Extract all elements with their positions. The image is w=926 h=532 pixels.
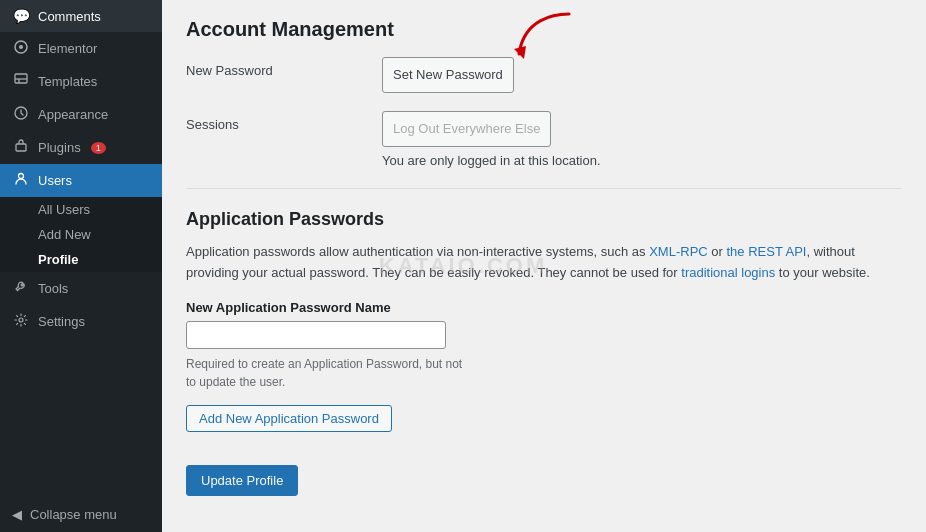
- sidebar-item-label: Elementor: [38, 41, 97, 56]
- sidebar-item-label: Tools: [38, 281, 68, 296]
- sessions-field: Log Out Everywhere Else You are only log…: [382, 111, 902, 168]
- app-passwords-title: Application Passwords: [186, 209, 902, 230]
- sidebar-item-users[interactable]: Users: [0, 164, 162, 197]
- sidebar-item-elementor[interactable]: Elementor: [0, 32, 162, 65]
- elementor-icon: [12, 40, 30, 57]
- sidebar-item-label: Appearance: [38, 107, 108, 122]
- section-divider: [186, 188, 902, 189]
- svg-marker-8: [514, 46, 526, 59]
- app-desc-text4: to your website.: [775, 265, 870, 280]
- new-app-password-label: New Application Password Name: [186, 300, 902, 315]
- submenu-profile[interactable]: Profile: [0, 247, 162, 272]
- update-profile-button[interactable]: Update Profile: [186, 465, 298, 496]
- xml-rpc-link[interactable]: XML-RPC: [649, 244, 708, 259]
- app-desc-text2: or: [708, 244, 727, 259]
- main-content: Account Management New Password Set New …: [162, 0, 926, 532]
- new-password-field: Set New Password: [382, 57, 902, 93]
- sessions-label: Sessions: [186, 111, 366, 132]
- red-arrow-icon: [504, 9, 574, 64]
- tools-icon: [12, 280, 30, 297]
- appearance-icon: [12, 106, 30, 123]
- app-passwords-description: Application passwords allow authenticati…: [186, 242, 902, 284]
- svg-point-7: [19, 318, 23, 322]
- plugins-badge: 1: [91, 142, 106, 154]
- sidebar-item-comments[interactable]: 💬 Comments: [0, 0, 162, 32]
- collapse-menu[interactable]: ◀ Collapse menu: [0, 497, 162, 532]
- sidebar-item-appearance[interactable]: Appearance: [0, 98, 162, 131]
- users-icon: [12, 172, 30, 189]
- sidebar-item-plugins[interactable]: Plugins 1: [0, 131, 162, 164]
- set-password-container: Set New Password: [382, 57, 514, 93]
- submenu-add-new[interactable]: Add New: [0, 222, 162, 247]
- sidebar-item-tools[interactable]: Tools: [0, 272, 162, 305]
- sidebar: 💬 Comments Elementor Templates Appearanc…: [0, 0, 162, 532]
- users-submenu: All Users Add New Profile: [0, 197, 162, 272]
- form-note: Required to create an Application Passwo…: [186, 355, 902, 391]
- sidebar-item-label: Templates: [38, 74, 97, 89]
- app-desc-text1: Application passwords allow authenticati…: [186, 244, 649, 259]
- sidebar-item-label: Settings: [38, 314, 85, 329]
- traditional-logins-link[interactable]: traditional logins: [681, 265, 775, 280]
- sidebar-item-settings[interactable]: Settings: [0, 305, 162, 338]
- svg-rect-5: [16, 144, 26, 151]
- new-password-label: New Password: [186, 57, 366, 78]
- svg-point-1: [19, 45, 23, 49]
- sidebar-item-label: Users: [38, 173, 72, 188]
- collapse-icon: ◀: [12, 507, 22, 522]
- templates-icon: [12, 73, 30, 90]
- svg-point-6: [19, 174, 24, 179]
- sidebar-item-label: Plugins: [38, 140, 81, 155]
- new-password-row: New Password Set New Password: [186, 57, 902, 93]
- set-new-password-button[interactable]: Set New Password: [382, 57, 514, 93]
- new-app-password-form: New Application Password Name Required t…: [186, 300, 902, 432]
- submenu-all-users[interactable]: All Users: [0, 197, 162, 222]
- sidebar-item-label: Comments: [38, 9, 101, 24]
- sessions-row: Sessions Log Out Everywhere Else You are…: [186, 111, 902, 168]
- plugins-icon: [12, 139, 30, 156]
- collapse-label: Collapse menu: [30, 507, 117, 522]
- log-out-everywhere-button[interactable]: Log Out Everywhere Else: [382, 111, 551, 147]
- sidebar-item-templates[interactable]: Templates: [0, 65, 162, 98]
- sessions-note: You are only logged in at this location.: [382, 153, 902, 168]
- comments-icon: 💬: [12, 8, 30, 24]
- rest-api-link[interactable]: the REST API: [727, 244, 807, 259]
- new-app-password-input[interactable]: [186, 321, 446, 349]
- settings-icon: [12, 313, 30, 330]
- add-new-app-password-button[interactable]: Add New Application Password: [186, 405, 392, 432]
